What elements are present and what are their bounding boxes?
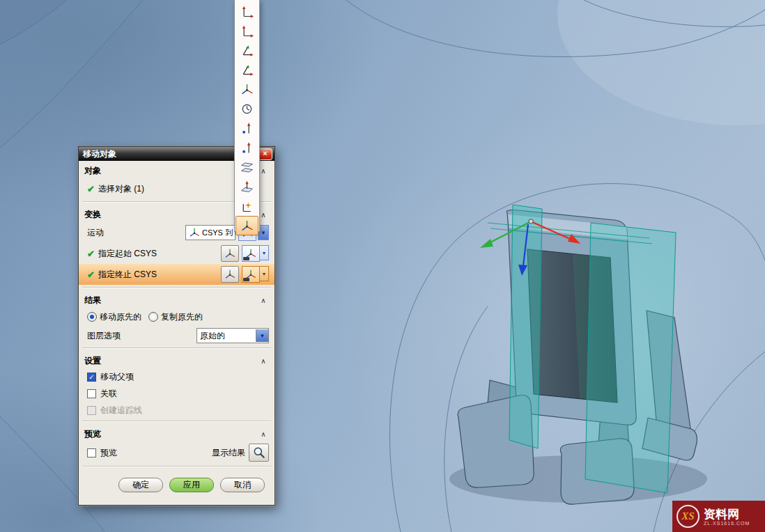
- csys-to-csys-icon: [188, 226, 201, 239]
- csys-mini-icon: [224, 268, 236, 281]
- check-icon: ✔: [87, 184, 95, 194]
- csys-offset-icon: [240, 102, 254, 116]
- end-csys-label: 指定终止 CSYS: [98, 269, 218, 281]
- move-original-label: 移动原先的: [100, 311, 141, 323]
- group-preview-header: 预览: [84, 428, 101, 440]
- csys-origin-xy-icon: [240, 24, 254, 38]
- motion-label: 运动: [87, 227, 185, 239]
- csys-point-z-icon: [240, 141, 254, 155]
- start-csys-row: ✔ 指定起始 CSYS ▼: [79, 243, 275, 264]
- csys-badge: [243, 257, 249, 260]
- csys-option-x-axis-y-axis[interactable]: [235, 40, 258, 60]
- csys-option-point-z-axis[interactable]: [235, 138, 258, 157]
- csys-origin-handle: [529, 219, 533, 224]
- csys-plane-vector-icon: [240, 180, 254, 194]
- csys-mini-icon: [224, 247, 236, 260]
- csys-option-point-normal[interactable]: [235, 118, 258, 138]
- csys-option-z-axis-x-axis[interactable]: [235, 60, 258, 79]
- start-csys-type-button[interactable]: [242, 245, 260, 262]
- end-csys-type-button[interactable]: [242, 266, 260, 283]
- layer-option-dropdown-icon[interactable]: ▼: [256, 329, 268, 342]
- watermark-text: 资料网 ZL.XS1616.COM: [704, 508, 750, 526]
- move-original-radio[interactable]: [87, 312, 97, 322]
- apply-button[interactable]: 应用: [169, 478, 214, 492]
- csys-two-planes-icon: [240, 160, 254, 175]
- group-result-header: 结果: [84, 295, 101, 306]
- watermark-site-name: 资料网: [704, 508, 750, 521]
- check-icon: ✔: [87, 249, 95, 259]
- datum-plane-right[interactable]: [585, 223, 676, 493]
- end-csys-row-highlighted: ✔ 指定终止 CSYS ▼: [79, 264, 275, 285]
- csys-option-plane-and-vector[interactable]: [235, 177, 258, 196]
- cancel-button[interactable]: 取消: [220, 478, 265, 492]
- group-result: 结果 ∧ 移动原先的 复制原先的 图层选项 原始的 ▼: [79, 290, 275, 345]
- select-object-label: 选择对象 (1): [98, 183, 144, 195]
- separator: [82, 466, 271, 467]
- dialog-button-row: 确定 应用 取消: [79, 469, 275, 492]
- preview-checkbox[interactable]: [87, 448, 96, 457]
- layer-option-label: 图层选项: [87, 330, 121, 342]
- csys-option-origin-x-point-y-point[interactable]: [235, 21, 258, 40]
- csys-type-dropdown-list: [234, 0, 260, 232]
- separator: [82, 421, 271, 422]
- csys-x-y-axis-icon: [240, 43, 254, 58]
- end-csys-type-dropdown[interactable]: ▼: [260, 266, 269, 281]
- layer-option-combobox[interactable]: 原始的 ▼: [196, 328, 269, 343]
- close-button[interactable]: ×: [258, 148, 272, 160]
- start-csys-type-dropdown[interactable]: ▼: [260, 245, 269, 260]
- csys-badge: [243, 278, 249, 281]
- check-icon: ✔: [87, 269, 95, 280]
- start-csys-label: 指定起始 CSYS: [98, 248, 218, 260]
- group-preview: 预览 ∧ 预览 显示结果: [79, 424, 275, 464]
- start-csys-dialog-button[interactable]: [221, 245, 239, 262]
- csys-triad-selected-icon: [240, 219, 254, 233]
- associative-checkbox[interactable]: [87, 389, 96, 398]
- motion-value: CSYS 到: [202, 228, 233, 238]
- move-parent-checkbox[interactable]: ✓: [87, 373, 96, 382]
- separator: [82, 347, 271, 349]
- csys-axes-icon: [240, 82, 254, 97]
- separator: [82, 287, 271, 288]
- watermark-banner: XS 资料网 ZL.XS1616.COM: [672, 501, 765, 532]
- group-object-header: 对象: [84, 165, 101, 177]
- csys-option-inferred[interactable]: [235, 196, 258, 216]
- trace-line-label: 创建追踪线: [100, 405, 142, 416]
- csys-option-two-planes[interactable]: [235, 157, 258, 177]
- layer-option-value: 原始的: [197, 330, 256, 342]
- copy-original-label: 复制原先的: [161, 311, 203, 323]
- motion-combobox[interactable]: CSYS 到: [185, 225, 235, 240]
- watermark-logo-text: XS: [681, 510, 694, 522]
- magnifier-icon: [252, 446, 266, 460]
- csys-inferred-icon: [240, 199, 254, 214]
- group-result-collapse-icon[interactable]: ∧: [258, 297, 269, 304]
- csys-z-x-axis-icon: [240, 63, 254, 77]
- show-result-label: 显示结果: [212, 447, 245, 459]
- csys-option-offset-csys[interactable]: [235, 99, 258, 118]
- move-parent-label: 移动父项: [100, 371, 134, 383]
- watermark-site-url: ZL.XS1616.COM: [704, 521, 750, 526]
- ok-button[interactable]: 确定: [118, 478, 163, 492]
- group-preview-collapse-icon[interactable]: ∧: [258, 430, 269, 438]
- group-transform-header: 变换: [84, 209, 101, 221]
- csys-dynamic-icon: [240, 4, 254, 19]
- csys-option-dynamic-selected[interactable]: [235, 216, 258, 235]
- associative-label: 关联: [100, 388, 117, 400]
- group-settings-header: 设置: [84, 355, 101, 367]
- dialog-title: 移动对象: [83, 148, 116, 160]
- csys-option-axes-origin[interactable]: [235, 79, 258, 99]
- csys-point-normal-icon: [240, 121, 254, 136]
- end-csys-dialog-button[interactable]: [221, 266, 239, 283]
- show-result-button[interactable]: [249, 444, 269, 462]
- group-settings: 设置 ∧ ✓ 移动父项 关联 创建追踪线: [79, 351, 275, 418]
- trace-line-checkbox: [87, 406, 96, 415]
- group-settings-collapse-icon[interactable]: ∧: [258, 357, 269, 365]
- preview-label: 预览: [100, 447, 212, 459]
- csys-option-dynamic[interactable]: [235, 1, 258, 21]
- copy-original-radio[interactable]: [148, 312, 158, 322]
- watermark-logo: XS: [677, 505, 700, 528]
